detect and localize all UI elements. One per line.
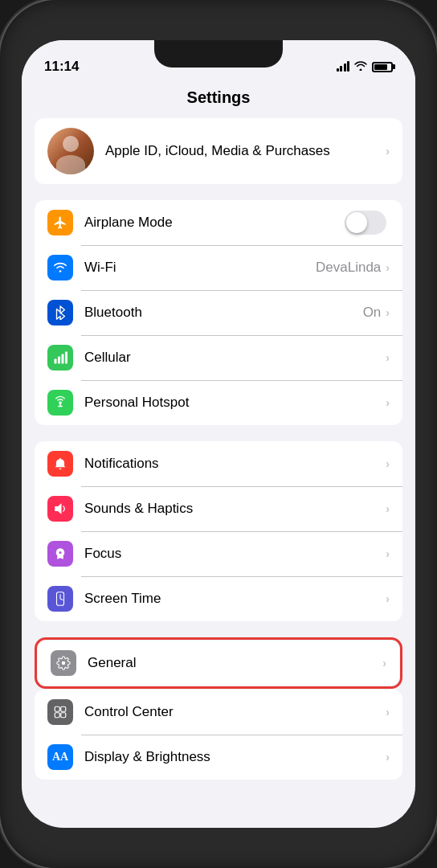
scroll-area: Apple ID, iCloud, Media & Purchases › Ai…	[22, 118, 415, 780]
hotspot-label: Personal Hotspot	[84, 395, 386, 411]
controlcenter-row[interactable]: Control Center ›	[35, 690, 402, 735]
display-chevron: ›	[386, 751, 390, 764]
airplane-mode-toggle[interactable]	[345, 211, 386, 235]
status-time: 11:14	[44, 59, 79, 75]
svg-rect-1	[58, 357, 60, 364]
notch	[154, 40, 283, 68]
controlcenter-icon	[47, 699, 73, 725]
wifi-value: DevaLinda	[316, 260, 381, 276]
hotspot-icon	[47, 390, 73, 416]
focus-label: Focus	[84, 546, 386, 562]
screentime-label: Screen Time	[84, 591, 386, 607]
apple-id-section[interactable]: Apple ID, iCloud, Media & Purchases ›	[35, 118, 402, 184]
wifi-chevron: ›	[386, 261, 390, 274]
svg-rect-0	[55, 359, 57, 364]
display-label: Display & Brightness	[84, 749, 386, 765]
svg-rect-12	[61, 713, 66, 718]
general-chevron: ›	[382, 657, 386, 669]
apple-id-chevron: ›	[386, 145, 390, 158]
apple-id-row[interactable]: Apple ID, iCloud, Media & Purchases ›	[35, 118, 402, 184]
bluetooth-label: Bluetooth	[84, 305, 363, 321]
page-title: Settings	[22, 82, 415, 118]
focus-icon	[47, 541, 73, 567]
general-icon	[51, 650, 76, 676]
svg-rect-2	[62, 354, 64, 364]
focus-chevron: ›	[386, 547, 390, 560]
cellular-label: Cellular	[84, 350, 386, 366]
cellular-chevron: ›	[386, 351, 390, 364]
sounds-label: Sounds & Haptics	[84, 501, 386, 517]
bluetooth-row[interactable]: Bluetooth On ›	[35, 290, 402, 335]
controlcenter-chevron: ›	[386, 706, 390, 719]
hotspot-row[interactable]: Personal Hotspot ›	[35, 380, 402, 425]
notifications-chevron: ›	[386, 457, 390, 470]
system-section: Notifications › Sounds & Haptics ›	[35, 441, 402, 621]
svg-rect-11	[55, 713, 59, 718]
status-icons	[337, 60, 394, 73]
controlcenter-label: Control Center	[84, 704, 386, 720]
svg-marker-5	[55, 503, 61, 514]
screentime-icon	[47, 586, 73, 612]
svg-rect-9	[55, 706, 59, 711]
svg-point-8	[62, 661, 66, 665]
general-label: General	[88, 655, 382, 671]
wifi-label: Wi-Fi	[84, 260, 316, 276]
phone-frame: 11:14	[0, 0, 437, 868]
cellular-icon	[47, 345, 73, 371]
sounds-row[interactable]: Sounds & Haptics ›	[35, 486, 402, 531]
battery-icon	[372, 62, 393, 72]
airplane-mode-row[interactable]: Airplane Mode	[35, 200, 402, 245]
notifications-row[interactable]: Notifications ›	[35, 441, 402, 486]
focus-row[interactable]: Focus ›	[35, 531, 402, 576]
bluetooth-chevron: ›	[386, 306, 390, 319]
hotspot-chevron: ›	[386, 396, 390, 409]
avatar	[47, 128, 94, 174]
wifi-row[interactable]: Wi-Fi DevaLinda ›	[35, 245, 402, 290]
bluetooth-value: On	[363, 305, 382, 321]
wifi-status-icon	[354, 60, 367, 73]
apple-id-label: Apple ID, iCloud, Media & Purchases	[105, 142, 374, 160]
display-icon: AA	[47, 744, 73, 770]
screentime-row[interactable]: Screen Time ›	[35, 576, 402, 621]
network-section: Airplane Mode Wi-Fi Deva	[35, 200, 402, 425]
general-section: General ›	[38, 641, 399, 686]
sounds-icon	[47, 496, 73, 522]
sounds-chevron: ›	[386, 502, 390, 515]
general-row[interactable]: General ›	[38, 641, 399, 686]
general-highlighted-wrapper: General ›	[35, 637, 402, 689]
wifi-icon	[47, 255, 73, 280]
svg-rect-3	[65, 352, 67, 364]
bluetooth-icon	[47, 300, 73, 326]
signal-icon	[337, 62, 350, 72]
svg-rect-10	[61, 706, 66, 711]
svg-point-6	[59, 551, 62, 554]
lower-section: Control Center › AA Display & Brightness…	[35, 690, 402, 780]
screentime-chevron: ›	[386, 592, 390, 605]
cellular-row[interactable]: Cellular ›	[35, 335, 402, 380]
airplane-mode-icon	[47, 210, 73, 235]
notifications-label: Notifications	[84, 456, 386, 472]
notifications-icon	[47, 451, 73, 477]
display-row[interactable]: AA Display & Brightness ›	[35, 735, 402, 780]
airplane-mode-label: Airplane Mode	[84, 215, 345, 231]
phone-screen: 11:14	[22, 40, 415, 828]
